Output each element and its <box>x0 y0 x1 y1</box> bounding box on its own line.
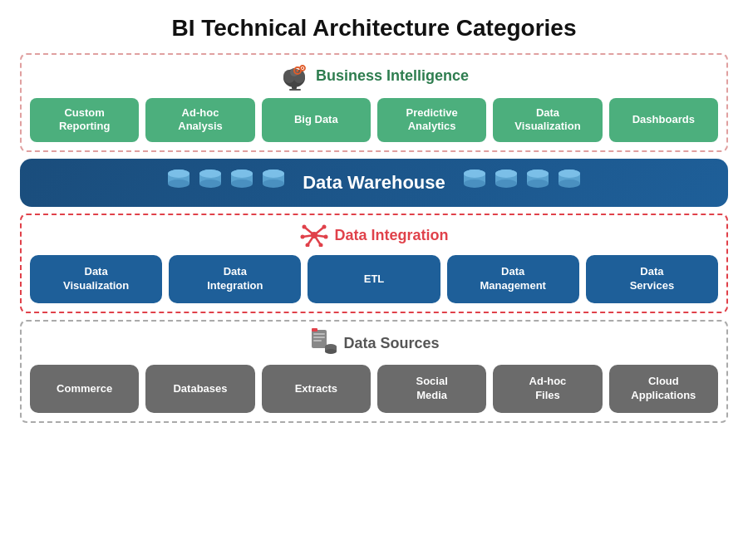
svg-point-29 <box>464 169 485 178</box>
svg-point-52 <box>324 235 328 239</box>
bi-box-5: Dashboards <box>609 98 718 143</box>
ds-icon <box>308 327 338 360</box>
di-boxes-row: DataVisualization DataIntegration ETL Da… <box>30 255 718 303</box>
db-icon-r2 <box>494 169 519 197</box>
svg-rect-58 <box>313 340 322 341</box>
svg-point-32 <box>495 179 517 188</box>
di-icon <box>299 220 329 250</box>
di-label-row: Data Integration <box>30 220 718 250</box>
db-icon-r3 <box>525 169 550 197</box>
db-icon-l3 <box>229 169 254 197</box>
svg-rect-55 <box>312 330 327 348</box>
ds-box-1: Databases <box>145 365 254 413</box>
di-box-3: DataManagement <box>447 255 579 303</box>
di-section: Data Integration DataVisualization DataI… <box>20 214 728 313</box>
brain-icon <box>279 60 311 93</box>
ds-section: Data Sources Commerce Databases Extracts… <box>20 320 728 423</box>
svg-point-28 <box>464 179 485 188</box>
ds-box-3: SocialMedia <box>377 365 486 413</box>
di-box-2: ETL <box>308 255 440 303</box>
ds-box-5: CloudApplications <box>609 365 718 413</box>
page: BI Technical Architecture Categories <box>0 0 748 560</box>
svg-point-20 <box>231 179 253 188</box>
di-box-0: DataVisualization <box>30 255 162 303</box>
svg-point-36 <box>527 179 549 188</box>
svg-rect-8 <box>292 86 297 89</box>
svg-point-40 <box>559 179 580 188</box>
svg-rect-56 <box>313 333 325 335</box>
di-section-label: Data Integration <box>334 227 448 244</box>
svg-point-49 <box>303 225 307 229</box>
svg-point-12 <box>168 179 189 188</box>
svg-point-50 <box>322 225 327 229</box>
main-title: BI Technical Architecture Categories <box>20 15 728 42</box>
ds-section-label: Data Sources <box>343 335 439 352</box>
ds-boxes-row: Commerce Databases Extracts SocialMedia … <box>30 365 718 413</box>
svg-point-21 <box>231 169 253 178</box>
svg-point-41 <box>559 169 580 178</box>
svg-rect-57 <box>313 336 325 338</box>
bi-section: Business Intelligence CustomReporting Ad… <box>20 53 728 152</box>
di-box-4: DataServices <box>586 255 718 303</box>
db-icon-r1 <box>462 169 487 197</box>
svg-point-16 <box>199 179 221 188</box>
db-icon-l4 <box>261 169 286 197</box>
bi-box-3: PredictiveAnalytics <box>377 98 486 143</box>
svg-point-17 <box>199 169 221 178</box>
svg-point-13 <box>168 169 189 178</box>
svg-point-51 <box>301 235 305 239</box>
db-icon-l1 <box>166 169 191 197</box>
ds-box-2: Extracts <box>262 365 371 413</box>
svg-point-33 <box>495 169 517 178</box>
dw-title: Data Warehouse <box>303 172 445 194</box>
bi-boxes-row: CustomReporting Ad-hocAnalysis Big Data … <box>30 98 718 143</box>
svg-rect-62 <box>312 328 317 332</box>
svg-point-5 <box>296 69 298 71</box>
svg-rect-9 <box>289 89 301 91</box>
bi-box-4: DataVisualization <box>493 98 602 143</box>
ds-box-4: Ad-hocFiles <box>493 365 602 413</box>
bi-box-2: Big Data <box>262 98 371 143</box>
bi-box-0: CustomReporting <box>30 98 139 143</box>
bi-box-1: Ad-hocAnalysis <box>145 98 254 143</box>
db-icon-l2 <box>198 169 223 197</box>
svg-point-24 <box>263 179 284 188</box>
bi-label-row: Business Intelligence <box>30 60 718 93</box>
svg-point-7 <box>302 66 303 68</box>
ds-label-row: Data Sources <box>30 327 718 360</box>
svg-point-61 <box>325 349 337 354</box>
dw-bar: Data Warehouse <box>20 159 728 207</box>
svg-point-25 <box>263 169 284 178</box>
bi-section-label: Business Intelligence <box>316 67 469 85</box>
ds-box-0: Commerce <box>30 365 139 413</box>
svg-point-37 <box>527 169 549 178</box>
db-icon-r4 <box>557 169 582 197</box>
di-box-1: DataIntegration <box>169 255 301 303</box>
